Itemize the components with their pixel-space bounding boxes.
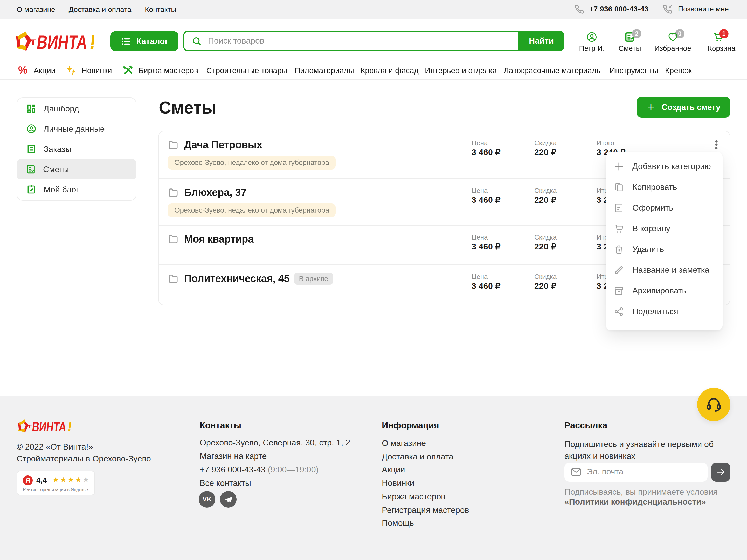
svg-text:т: т — [30, 36, 37, 47]
svg-text:!: ! — [88, 31, 95, 51]
svg-text:!: ! — [67, 419, 72, 433]
svg-text:ВИНТА: ВИНТА — [31, 419, 67, 433]
svg-text:ВИНТА: ВИНТА — [35, 31, 88, 51]
svg-text:т: т — [27, 422, 32, 430]
